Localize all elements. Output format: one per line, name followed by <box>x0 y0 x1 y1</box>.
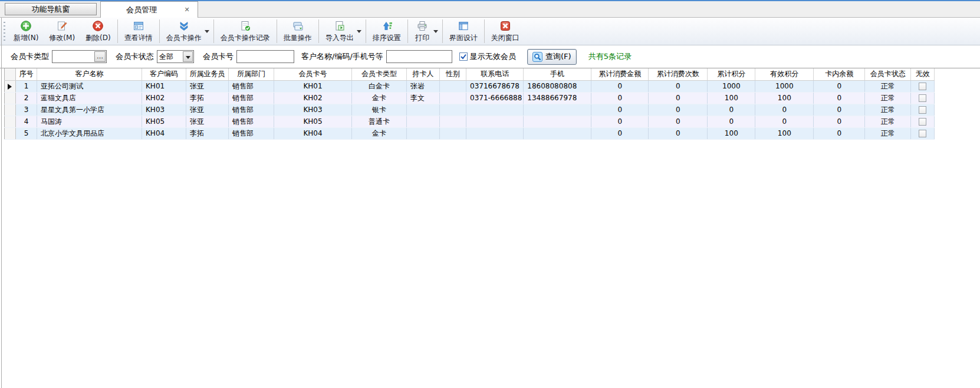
grid-cell: KH03 <box>142 104 186 116</box>
column-header[interactable]: 所属业务员 <box>186 68 229 80</box>
grid-cell <box>466 104 524 116</box>
grid-cell: 1000 <box>755 80 814 92</box>
column-header[interactable]: 性别 <box>440 68 466 80</box>
card-type-input[interactable] <box>52 51 94 62</box>
sort-settings-button[interactable]: 排序设置 <box>367 18 406 44</box>
chevron-down-icon[interactable] <box>205 30 209 33</box>
edit-button[interactable]: 修改(M) <box>44 18 80 44</box>
grid-cell: 100 <box>755 127 814 139</box>
grid-cell: 白金卡 <box>352 80 407 92</box>
column-header[interactable]: 序号 <box>16 68 37 80</box>
tab-member-management[interactable]: 会员管理 <box>100 1 198 18</box>
row-indicator-cell <box>5 80 16 92</box>
grid-cell: 0 <box>814 80 865 92</box>
column-header[interactable]: 手机 <box>524 68 591 80</box>
grid-cell-invalid <box>911 127 935 139</box>
grid-cell <box>466 127 524 139</box>
grid-cell: 0 <box>591 80 649 92</box>
column-header[interactable]: 客户编码 <box>142 68 186 80</box>
toolbar-separator <box>407 19 408 43</box>
table-row[interactable]: 5北京小学文具用品店KH04李拓销售部KH04金卡001001000正常 <box>5 127 935 139</box>
delete-button[interactable]: 删除(D) <box>80 18 116 44</box>
grid-cell: 李文 <box>407 92 440 104</box>
column-header[interactable]: 有效积分 <box>755 68 814 80</box>
table-row[interactable]: 2蓝猫文具店KH02李拓销售部KH02金卡李文0371-666688813488… <box>5 92 935 104</box>
column-header[interactable]: 累计积分 <box>708 68 755 80</box>
column-header[interactable]: 会员卡状态 <box>865 68 911 80</box>
toolbar-button-label: 打印 <box>415 33 429 43</box>
table-row[interactable]: 1亚拓公司测试KH01张亚销售部KH01白金卡张岩037166786781860… <box>5 80 935 92</box>
invalid-checkbox[interactable] <box>919 106 926 114</box>
grid-cell: 正常 <box>865 127 911 139</box>
invalid-checkbox[interactable] <box>919 130 926 137</box>
close-window-button[interactable]: 关闭窗口 <box>486 18 525 44</box>
member-card-op-records-button[interactable]: 会员卡操作记录 <box>215 18 275 44</box>
grid-cell: 北京小学文具用品店 <box>37 127 142 139</box>
grid-cell: 销售部 <box>229 127 274 139</box>
show-invalid-checkbox[interactable] <box>459 52 468 61</box>
query-button[interactable]: 查询(F) <box>527 49 577 65</box>
grid-cell: 18608080808 <box>524 80 591 92</box>
grid-cell <box>440 80 466 92</box>
card-status-select[interactable]: 全部 <box>157 50 194 63</box>
table-row[interactable]: 4马国涛KH05张亚销售部KH05普通卡00000正常 <box>5 116 935 127</box>
column-header[interactable]: 客户名称 <box>37 68 142 80</box>
edit-pencil-icon <box>56 20 68 32</box>
chevron-down-icon[interactable] <box>183 51 193 62</box>
toolbar-separator <box>159 19 160 43</box>
print-button[interactable]: 打印 <box>409 18 441 44</box>
column-header[interactable]: 联系电话 <box>466 68 524 80</box>
record-count: 共有5条记录 <box>588 51 632 62</box>
member-card-ops-button[interactable]: 会员卡操作 <box>161 18 212 44</box>
window-design-icon <box>458 20 469 32</box>
row-indicator-cell <box>5 127 16 139</box>
table-row[interactable]: 3星星文具第一小学店KH03张亚销售部KH03银卡00000正常 <box>5 104 935 116</box>
column-header[interactable]: 所属部门 <box>229 68 274 80</box>
column-header[interactable]: 累计消费金额 <box>591 68 649 80</box>
grid-cell <box>407 116 440 127</box>
grid-cell: 马国涛 <box>37 116 142 127</box>
new-button[interactable]: 新增(N) <box>8 18 44 44</box>
grid-cell: 张岩 <box>407 80 440 92</box>
grid-cell: 2 <box>16 92 37 104</box>
chevron-down-icon[interactable] <box>433 30 438 33</box>
grid-cell: KH04 <box>142 127 186 139</box>
invalid-checkbox[interactable] <box>919 118 926 126</box>
customer-search-input[interactable] <box>386 50 452 63</box>
toolbar-separator <box>213 19 214 43</box>
grid-cell <box>524 116 591 127</box>
invalid-checkbox[interactable] <box>919 94 926 102</box>
toolbar-separator <box>442 19 443 43</box>
column-header[interactable]: 会员卡号 <box>274 68 352 80</box>
ui-design-button[interactable]: 界面设计 <box>444 18 483 44</box>
grid-cell: 0 <box>814 127 865 139</box>
view-details-button[interactable]: 查看详情 <box>119 18 158 44</box>
tab-nav-window[interactable]: 功能导航窗 <box>5 3 97 15</box>
grid-cell: 金卡 <box>352 92 407 104</box>
import-export-button[interactable]: 导入导出 <box>320 18 364 44</box>
batch-ops-button[interactable]: 批量操作 <box>278 18 317 44</box>
chevron-down-icon[interactable] <box>357 30 361 33</box>
row-indicator-cell <box>5 116 16 127</box>
grid-cell: 李拓 <box>186 92 229 104</box>
column-header[interactable]: 无效 <box>911 68 935 80</box>
tab-bar: 功能导航窗会员管理 <box>0 0 980 18</box>
card-no-input[interactable] <box>236 50 294 63</box>
grid-cell: 普通卡 <box>352 116 407 127</box>
grid-cell: 销售部 <box>229 92 274 104</box>
toolbar-separator <box>318 19 319 43</box>
invalid-checkbox[interactable] <box>919 83 926 90</box>
grid-cell: 张亚 <box>186 116 229 127</box>
toolbar-grip-icon[interactable] <box>4 22 5 41</box>
grid-cell-invalid <box>911 116 935 127</box>
column-header[interactable]: 持卡人 <box>407 68 440 80</box>
card-type-browse-button[interactable]: … <box>94 51 106 62</box>
column-header[interactable]: 会员卡类型 <box>352 68 407 80</box>
toolbar-separator <box>277 19 277 43</box>
close-icon[interactable] <box>183 6 190 14</box>
column-header[interactable]: 卡内余额 <box>814 68 865 80</box>
grid-cell <box>407 127 440 139</box>
stacked-cards-icon <box>292 20 304 32</box>
toolbar-button-label: 导入导出 <box>325 33 354 43</box>
column-header[interactable]: 累计消费次数 <box>649 68 708 80</box>
